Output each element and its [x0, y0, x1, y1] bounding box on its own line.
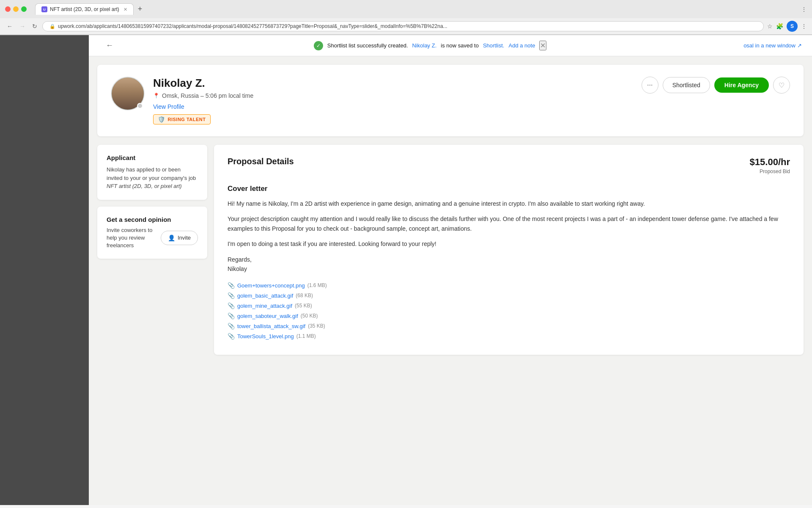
new-tab-button[interactable]: +: [135, 5, 145, 14]
close-window-button[interactable]: [5, 6, 11, 12]
menu-icon[interactable]: ⋮: [801, 23, 807, 30]
invite-button[interactable]: 👤 Invite: [161, 231, 198, 245]
attachment-size-0: (1.6 MB): [307, 282, 327, 288]
notification-message: ✓ Shortlist list successfully created. N…: [314, 41, 547, 50]
sidebar: [0, 35, 89, 505]
badge-shield-icon: 🛡️: [158, 116, 165, 123]
right-column: Proposal Details $15.00/hr Proposed Bid …: [214, 145, 804, 355]
back-button[interactable]: ←: [5, 22, 14, 30]
browser-chrome: U NFT artist (2D, 3D, or pixel art) ✕ + …: [0, 0, 812, 35]
second-opinion-text: Invite coworkers to help you review free…: [107, 226, 156, 250]
url-text: upwork.com/ab/applicants/148065381599740…: [58, 23, 447, 29]
more-options-button[interactable]: ···: [642, 77, 658, 94]
cover-letter-p2: Your project description caught my atten…: [228, 214, 790, 233]
notification-name-link[interactable]: Nikolay Z.: [412, 42, 437, 49]
attachment-size-3: (50 KB): [301, 313, 318, 319]
proposal-title: Proposal Details: [228, 157, 294, 166]
attachment-file-icon: 📎: [228, 323, 235, 329]
external-link-icon: ↗: [797, 42, 802, 49]
applicant-job-title: NFT artist (2D, 3D, or pixel art): [107, 183, 182, 189]
browser-actions: ☆ 🧩 S ⋮: [767, 21, 807, 32]
add-note-link[interactable]: Add a note: [508, 42, 535, 49]
notification-left: ←: [99, 39, 117, 52]
location-text: Omsk, Russia – 5:06 pm local time: [162, 92, 253, 99]
attachment-item: 📎 golem_saboteur_walk.gif (50 KB): [228, 312, 790, 319]
attachment-item: 📎 tower_ballista_attack_sw.gif (35 KB): [228, 323, 790, 329]
signature-name: Nikolay: [228, 264, 790, 273]
notification-close-button[interactable]: ✕: [539, 41, 546, 50]
attachment-link-2[interactable]: golem_mine_attack.gif: [237, 303, 292, 309]
second-opinion-title: Get a second opinion: [107, 216, 198, 223]
profile-avatar-browser[interactable]: S: [787, 21, 798, 32]
applicant-card-title: Applicant: [107, 154, 198, 161]
cover-letter-p1: Hi! My name is Nikolay, I'm a 2D artist …: [228, 199, 790, 208]
tab-favicon: U: [41, 6, 47, 12]
security-icon: 🔒: [49, 24, 55, 29]
tab-bar: U NFT artist (2D, 3D, or pixel art) ✕ +: [30, 3, 150, 15]
attachment-file-icon: 📎: [228, 292, 235, 299]
cover-letter-p3: I'm open to doing a test task if you are…: [228, 239, 790, 248]
invite-label: Invite: [178, 235, 191, 241]
maximize-window-button[interactable]: [21, 6, 27, 12]
cover-letter-body: Hi! My name is Nikolay, I'm a 2D artist …: [228, 199, 790, 273]
reload-button[interactable]: ↻: [30, 22, 39, 30]
browser-navbar: ← → ↻ 🔒 upwork.com/ab/applicants/1480653…: [0, 18, 812, 35]
shortlisted-button[interactable]: Shortlisted: [663, 77, 710, 93]
open-window-link[interactable]: osal in a new window ↗: [743, 42, 802, 49]
bid-amount: $15.00/hr: [750, 157, 790, 168]
attachment-file-icon: 📎: [228, 312, 235, 319]
online-status-dot: [137, 103, 143, 109]
hire-agency-button[interactable]: Hire Agency: [714, 77, 769, 93]
profile-info: Nikolay Z. 📍 Omsk, Russia – 5:06 pm loca…: [153, 77, 633, 124]
applicant-text-start: Nikolay has applied to or been invited t…: [107, 166, 196, 181]
favorite-button[interactable]: ♡: [773, 77, 790, 94]
bookmark-icon[interactable]: ☆: [767, 23, 773, 30]
badge-label: RISING TALENT: [168, 117, 206, 122]
active-tab[interactable]: U NFT artist (2D, 3D, or pixel art) ✕: [35, 3, 134, 15]
second-opinion-body: Invite coworkers to help you review free…: [107, 226, 198, 250]
notification-text-mid: is now saved to: [441, 42, 479, 49]
extensions-icon[interactable]: 🧩: [776, 23, 783, 30]
rising-talent-badge: 🛡️ RISING TALENT: [153, 114, 211, 124]
attachment-link-0[interactable]: Goem+towers+concept.png: [237, 282, 305, 289]
attachment-item: 📎 TowerSouls_1level.png (1.1 MB): [228, 333, 790, 340]
tab-label: NFT artist (2D, 3D, or pixel art): [50, 6, 119, 12]
attachment-link-5[interactable]: TowerSouls_1level.png: [237, 333, 294, 340]
profile-actions: ··· Shortlisted Hire Agency ♡: [642, 77, 790, 94]
attachment-item: 📎 golem_basic_attack.gif (68 KB): [228, 292, 790, 299]
forward-button[interactable]: →: [18, 22, 27, 30]
back-nav-button[interactable]: ←: [102, 39, 117, 52]
profile-header: Nikolay Z. 📍 Omsk, Russia – 5:06 pm loca…: [111, 77, 790, 124]
attachment-size-1: (68 KB): [296, 293, 313, 298]
left-column: Applicant Nikolay has applied to or been…: [97, 145, 207, 355]
notification-text-start: Shortlist list successfully created.: [327, 42, 408, 49]
tab-close-button[interactable]: ✕: [123, 7, 127, 12]
attachment-file-icon: 📎: [228, 282, 235, 289]
attachment-link-4[interactable]: tower_ballista_attack_sw.gif: [237, 323, 305, 329]
profile-name: Nikolay Z.: [153, 77, 633, 90]
profile-section: Nikolay Z. 📍 Omsk, Russia – 5:06 pm loca…: [97, 65, 804, 136]
attachment-link-1[interactable]: golem_basic_attack.gif: [237, 293, 293, 299]
profile-location: 📍 Omsk, Russia – 5:06 pm local time: [153, 92, 633, 99]
bid-section: $15.00/hr Proposed Bid: [750, 157, 790, 174]
applicant-card-text: Nikolay has applied to or been invited t…: [107, 166, 198, 190]
window-controls-icon[interactable]: ⋮: [801, 6, 807, 13]
bid-label: Proposed Bid: [750, 168, 790, 174]
notification-bar: ← ✓ Shortlist list successfully created.…: [89, 35, 812, 56]
view-profile-link[interactable]: View Profile: [153, 103, 633, 110]
address-bar[interactable]: 🔒 upwork.com/ab/applicants/1480653815997…: [42, 21, 764, 31]
titlebar: U NFT artist (2D, 3D, or pixel art) ✕ + …: [0, 0, 812, 18]
shortlist-link[interactable]: Shortlist.: [483, 42, 505, 49]
attachments-section: 📎 Goem+towers+concept.png (1.6 MB) 📎 gol…: [228, 282, 790, 340]
avatar-container: [111, 77, 145, 110]
minimize-window-button[interactable]: [13, 6, 19, 12]
applicant-card: Applicant Nikolay has applied to or been…: [97, 145, 207, 200]
traffic-lights: [5, 6, 27, 12]
second-opinion-card: Get a second opinion Invite coworkers to…: [97, 207, 207, 259]
proposal-header: Proposal Details $15.00/hr Proposed Bid: [228, 157, 790, 174]
attachment-link-3[interactable]: golem_saboteur_walk.gif: [237, 313, 298, 319]
open-window-text: osal in a new window: [743, 42, 796, 49]
attachment-item: 📎 Goem+towers+concept.png (1.6 MB): [228, 282, 790, 289]
cover-letter-title: Cover letter: [228, 185, 790, 193]
attachment-file-icon: 📎: [228, 333, 235, 340]
